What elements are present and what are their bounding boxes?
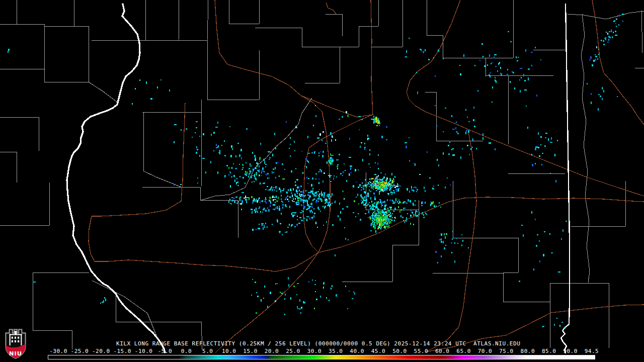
- echo-speck: [389, 183, 390, 185]
- echo-speck: [285, 199, 286, 200]
- echo-speck: [371, 201, 372, 203]
- echo-speck: [415, 205, 416, 206]
- echo-speck: [399, 201, 400, 203]
- echo-speck: [296, 224, 297, 226]
- echo-speck: [249, 197, 250, 198]
- echo-speck: [384, 216, 385, 219]
- echo-speck: [472, 139, 473, 141]
- echo-speck: [395, 189, 398, 190]
- echo-speck: [417, 211, 418, 212]
- echo-speck: [381, 189, 382, 191]
- echo-speck: [476, 148, 477, 149]
- radar-map[interactable]: [0, 0, 644, 362]
- echo-speck: [495, 66, 497, 67]
- echo-speck: [424, 187, 425, 189]
- echo-speck: [376, 183, 377, 184]
- echo-speck: [336, 159, 339, 160]
- echo-speck: [248, 176, 249, 177]
- echo-speck: [421, 205, 423, 206]
- echo-speck: [382, 202, 383, 203]
- echo-speck: [603, 90, 604, 93]
- echo-speck: [317, 227, 318, 228]
- echo-speck: [253, 200, 254, 202]
- echo-speck: [233, 163, 234, 164]
- county-line: [641, 10, 642, 53]
- echo-speck: [413, 214, 415, 216]
- echo-speck: [286, 197, 287, 199]
- echo-speck: [372, 209, 375, 210]
- echo-speck: [199, 136, 200, 137]
- echo-speck: [308, 153, 310, 154]
- echo-speck: [199, 155, 200, 157]
- echo-speck: [211, 134, 212, 136]
- echo-speck: [390, 188, 391, 190]
- echo-speck: [330, 175, 332, 176]
- echo-speck: [292, 201, 294, 202]
- echo-speck: [273, 204, 275, 206]
- echo-speck: [542, 153, 543, 154]
- echo-speck: [291, 170, 292, 172]
- echo-speck: [331, 139, 332, 142]
- echo-speck: [325, 192, 326, 194]
- echo-speck: [297, 219, 298, 220]
- echo-speck: [410, 201, 411, 203]
- echo-speck: [357, 194, 358, 196]
- echo-speck: [8, 49, 10, 51]
- echo-speck: [468, 247, 469, 248]
- echo-speck: [335, 254, 336, 256]
- echo-speck: [372, 204, 373, 205]
- echo-speck: [617, 96, 618, 97]
- echo-speck: [336, 294, 337, 297]
- echo-speck: [615, 31, 616, 32]
- echo-speck: [259, 157, 261, 160]
- echo-speck: [388, 194, 389, 195]
- echo-speck: [377, 178, 378, 180]
- echo-speck: [321, 192, 322, 195]
- echo-speck: [378, 201, 379, 204]
- echo-speck: [294, 226, 296, 227]
- echo-speck: [607, 33, 608, 35]
- echo-speck: [228, 167, 229, 169]
- echo-speck: [364, 147, 366, 148]
- echo-speck: [350, 165, 352, 167]
- echo-speck: [619, 15, 620, 17]
- echo-speck: [252, 209, 253, 211]
- echo-speck: [410, 215, 412, 217]
- echo-speck: [331, 161, 332, 162]
- echo-speck: [174, 141, 175, 143]
- echo-speck: [340, 211, 341, 214]
- echo-speck: [387, 182, 388, 184]
- echo-speck: [526, 106, 527, 107]
- echo-speck: [299, 308, 300, 310]
- echo-speck: [275, 300, 276, 302]
- echo-speck: [388, 210, 390, 212]
- echo-speck: [279, 188, 280, 190]
- echo-speck: [496, 80, 497, 83]
- echo-speck: [282, 207, 283, 209]
- echo-speck: [380, 172, 382, 173]
- echo-speck: [364, 196, 365, 199]
- echo-speck: [257, 296, 259, 297]
- echo-speck: [373, 193, 375, 195]
- colorbar-tick-label: 0.0: [181, 348, 192, 354]
- echo-speck: [456, 238, 457, 239]
- echo-speck: [508, 31, 509, 32]
- echo-speck: [521, 225, 523, 226]
- echo-speck: [531, 211, 532, 214]
- echo-speck: [365, 213, 366, 214]
- echo-speck: [600, 96, 601, 97]
- echo-speck: [598, 94, 600, 95]
- echo-speck: [295, 168, 296, 169]
- echo-speck: [602, 87, 603, 89]
- echo-speck: [377, 207, 378, 209]
- echo-speck: [603, 40, 604, 42]
- echo-speck: [287, 227, 289, 228]
- echo-speck: [237, 182, 238, 183]
- echo-speck: [270, 202, 271, 204]
- echo-speck: [622, 14, 624, 15]
- echo-speck: [257, 165, 258, 167]
- echo-speck: [235, 168, 236, 169]
- echo-speck: [375, 197, 376, 198]
- echo-speck: [358, 213, 359, 214]
- echo-speck: [494, 54, 497, 55]
